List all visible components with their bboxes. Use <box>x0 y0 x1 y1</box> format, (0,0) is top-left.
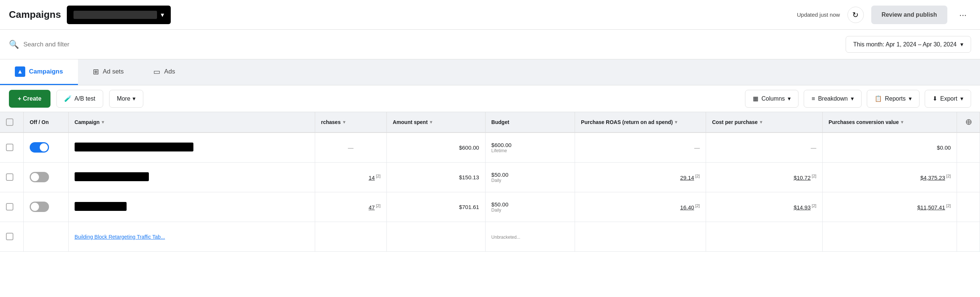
row4-checkbox[interactable] <box>6 233 13 240</box>
td-extra-1 <box>957 133 980 162</box>
dropdown-chevron-icon: ▾ <box>161 11 164 19</box>
tab-ads[interactable]: ▭ Ads <box>138 59 190 85</box>
export-button[interactable]: ⬇ Export ▾ <box>925 90 971 108</box>
cpp-sort-icon[interactable]: ▾ <box>760 119 762 125</box>
pcv-sort-icon[interactable]: ▾ <box>901 119 903 125</box>
date-range-chevron-icon: ▾ <box>960 41 963 48</box>
tab-campaigns[interactable]: ▲ Campaigns <box>0 59 78 85</box>
campaign-sort-icon[interactable]: ▾ <box>102 119 104 125</box>
row1-campaign-name <box>75 143 193 151</box>
table-header-row: Off / On Campaign ▾ rchases ▾ A <box>0 112 980 133</box>
top-bar: Campaigns ▾ Updated just now ↻ Review an… <box>0 0 980 30</box>
th-toggle: Off / On <box>23 112 68 133</box>
row3-pcv-sup: [2] <box>945 203 951 208</box>
row3-purchases[interactable]: 47 <box>369 204 375 211</box>
row2-purchases[interactable]: 14 <box>369 175 375 181</box>
amount-spent-sort-icon[interactable]: ▾ <box>430 119 432 125</box>
td-pcv-2: $4,375.23 [2] <box>822 162 957 192</box>
tab-campaigns-label: Campaigns <box>29 68 63 75</box>
roas-sort-icon[interactable]: ▾ <box>675 119 677 125</box>
columns-chevron-icon: ▾ <box>788 95 791 102</box>
purchases-sort-icon[interactable]: ▾ <box>343 119 345 125</box>
row2-pcv[interactable]: $4,375.23 <box>920 175 945 181</box>
create-button[interactable]: + Create <box>9 90 51 108</box>
row2-budget: $50.00 <box>492 172 509 178</box>
th-budget: Budget <box>485 112 575 133</box>
row2-cpp[interactable]: $10.72 <box>794 175 811 181</box>
page-title: Campaigns <box>9 9 61 21</box>
row3-budget: $50.00 <box>492 201 509 208</box>
th-campaign: Campaign ▾ <box>68 112 315 133</box>
campaigns-table: Off / On Campaign ▾ rchases ▾ A <box>0 112 980 252</box>
more-button[interactable]: More ▾ <box>109 90 143 108</box>
td-roas-2: 29.14 [2] <box>575 162 706 192</box>
ab-test-button[interactable]: 🧪 A/B test <box>56 90 103 108</box>
search-input[interactable] <box>23 41 846 48</box>
td-campaign-2 <box>68 162 315 192</box>
th-add-column[interactable]: ⊕ <box>957 112 980 133</box>
td-campaign-4: Building Block Retargeting Traffic Tab..… <box>68 222 315 251</box>
ab-test-label: A/B test <box>75 95 95 102</box>
th-checkbox <box>0 112 23 133</box>
table-row: Building Block Retargeting Traffic Tab..… <box>0 222 980 251</box>
td-purchases-3: 47 [2] <box>315 192 387 222</box>
td-extra-2 <box>957 162 980 192</box>
td-toggle-4 <box>23 222 68 251</box>
row1-checkbox[interactable] <box>6 144 13 151</box>
export-label: Export <box>940 95 957 102</box>
search-left: 🔍 <box>9 40 846 49</box>
th-amount-spent-label: Amount spent <box>393 119 428 125</box>
row1-cpp: — <box>811 145 816 151</box>
td-budget-1: $600.00 Lifetime <box>485 133 575 162</box>
more-options-button[interactable]: ··· <box>955 7 971 23</box>
campaigns-icon: ▲ <box>15 67 25 77</box>
review-publish-button[interactable]: Review and publish <box>871 6 947 24</box>
td-roas-3: 16.40 [2] <box>575 192 706 222</box>
row3-cpp[interactable]: $14.93 <box>794 204 811 211</box>
search-bar: 🔍 This month: Apr 1, 2024 – Apr 30, 2024… <box>0 30 980 59</box>
table-row: 14 [2] $150.13 $50.00 Daily 29.14 [2] $1… <box>0 162 980 192</box>
td-purchases-4 <box>315 222 387 251</box>
row1-roas: — <box>694 145 700 151</box>
columns-button[interactable]: ▦ Columns ▾ <box>745 90 799 108</box>
td-checkbox-3 <box>0 192 23 222</box>
row2-checkbox[interactable] <box>6 173 13 181</box>
th-budget-label: Budget <box>492 119 509 125</box>
columns-label: Columns <box>761 95 785 102</box>
th-toggle-label: Off / On <box>30 119 49 125</box>
reports-icon: 📋 <box>875 95 882 102</box>
row3-checkbox[interactable] <box>6 203 13 211</box>
action-left: + Create 🧪 A/B test More ▾ <box>9 90 143 108</box>
row3-toggle[interactable] <box>30 202 49 212</box>
row3-roas[interactable]: 16.40 <box>680 204 694 211</box>
campaign-selector-dropdown[interactable]: ▾ <box>67 6 171 24</box>
refresh-button[interactable]: ↻ <box>848 7 864 23</box>
action-bar: + Create 🧪 A/B test More ▾ ▦ Columns ▾ ≡… <box>0 86 980 112</box>
th-cpp-label: Cost per purchase <box>712 119 758 125</box>
td-budget-3: $50.00 Daily <box>485 192 575 222</box>
td-pcv-3: $11,507.41 [2] <box>822 192 957 222</box>
th-purchases-label: rchases <box>321 119 341 125</box>
date-range-text: This month: Apr 1, 2024 – Apr 30, 2024 <box>853 41 957 48</box>
row3-pcv[interactable]: $11,507.41 <box>917 204 945 211</box>
row4-budget-note: Unbracketed... <box>492 235 520 240</box>
tab-adsets[interactable]: ⊞ Ad sets <box>78 59 139 85</box>
td-campaign-3 <box>68 192 315 222</box>
reports-label: Reports <box>885 95 906 102</box>
search-icon: 🔍 <box>9 40 19 49</box>
th-campaign-label: Campaign <box>75 119 100 125</box>
date-range-selector[interactable]: This month: Apr 1, 2024 – Apr 30, 2024 ▾ <box>846 36 971 53</box>
select-all-checkbox[interactable] <box>6 118 13 126</box>
th-pcv: Purchases conversion value ▾ <box>822 112 957 133</box>
reports-button[interactable]: 📋 Reports ▾ <box>867 90 920 108</box>
row2-toggle[interactable] <box>30 172 49 182</box>
row4-campaign-link[interactable]: Building Block Retargeting Traffic Tab..… <box>75 234 165 240</box>
breakdown-button[interactable]: ≡ Breakdown ▾ <box>804 90 861 108</box>
td-budget-4: Unbracketed... <box>485 222 575 251</box>
row1-purchases: — <box>348 145 353 151</box>
td-amount-3: $701.61 <box>387 192 485 222</box>
row2-roas[interactable]: 29.14 <box>680 175 694 181</box>
td-checkbox-2 <box>0 162 23 192</box>
row1-toggle[interactable] <box>30 142 49 152</box>
top-bar-right: Updated just now ↻ Review and publish ··… <box>797 6 971 24</box>
